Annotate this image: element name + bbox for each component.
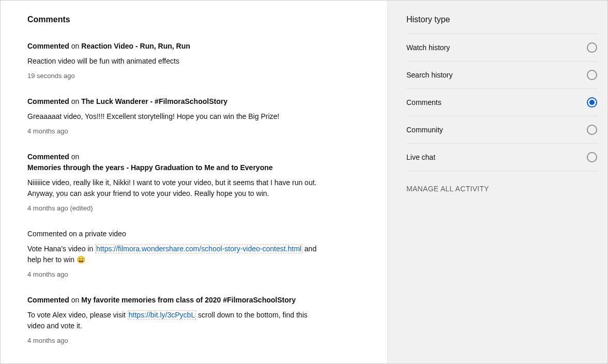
radio-icon[interactable] [587,42,597,53]
radio-icon[interactable] [587,97,597,108]
comment-item: Commented on My favorite memories from c… [27,295,317,344]
comment-body: To vote Alex video, please visit https:/… [27,310,317,331]
history-sidebar: History type Watch historySearch history… [387,1,607,363]
comment-header: Commented on Reaction Video - Run, Run, … [27,41,317,52]
history-option-label: Search history [406,71,452,79]
comment-item: Commented on Reaction Video - Run, Run, … [27,41,317,80]
commented-on-private: Commented on a private video [27,230,126,238]
radio-icon[interactable] [587,125,597,135]
comment-text: Vote Hana's video in [27,245,95,253]
comment-text: Greaaaaat video, Yos!!!! Excellent story… [27,112,279,120]
comment-text: Niiiiiice video, really like it, Nikki! … [27,178,316,198]
commented-label: Commented [27,296,69,304]
history-option-label: Watch history [406,43,450,52]
comment-timestamp: 4 months ago [27,337,317,344]
comment-body: Reaction video will be fun with animated… [27,56,317,67]
comment-header: Commented onMemories through the years -… [27,151,317,173]
history-option-comments[interactable]: Comments [406,88,598,116]
comment-video-title[interactable]: Memories through the years - Happy Gradu… [27,163,273,172]
comment-body: Niiiiiice video, really like it, Nikki! … [27,177,317,199]
page-title: Comments [27,15,360,24]
history-option-live-chat[interactable]: Live chat [406,143,598,171]
comment-video-title[interactable]: Reaction Video - Run, Run, Run [81,42,190,50]
comment-header: Commented on a private video [27,229,317,239]
commented-label: Commented [27,42,69,50]
history-option-search-history[interactable]: Search history [406,61,598,88]
comments-main: Comments Commented on Reaction Video - R… [1,1,387,363]
on-label: on [69,97,81,105]
history-option-label: Community [406,126,443,134]
comment-timestamp: 19 seconds ago [27,72,317,80]
comment-item: Commented on The Luck Wanderer - #Filmor… [27,96,317,135]
sidebar-title: History type [406,15,598,24]
commented-label: Commented [27,97,69,105]
comment-timestamp: 4 months ago [27,270,317,278]
comment-body: Greaaaaat video, Yos!!!! Excellent story… [27,111,317,122]
comment-link[interactable]: https://filmora.wondershare.com/school-s… [95,244,302,253]
history-options: Watch historySearch historyCommentsCommu… [406,34,598,171]
comment-video-title[interactable]: My favorite memories from class of 2020 … [81,296,296,304]
comment-item: Commented onMemories through the years -… [27,151,317,212]
history-option-community[interactable]: Community [406,116,598,143]
comment-text: To vote Alex video, please visit [27,311,128,319]
comment-header: Commented on The Luck Wanderer - #Filmor… [27,96,317,107]
comment-header: Commented on My favorite memories from c… [27,295,317,306]
history-option-label: Live chat [406,153,435,161]
commented-label: Commented [27,153,69,161]
manage-all-activity-link[interactable]: MANAGE ALL ACTIVITY [406,185,598,193]
comment-timestamp: 4 months ago (edited) [27,204,317,212]
on-label: on [69,296,81,304]
comments-list: Commented on Reaction Video - Run, Run, … [27,41,360,344]
comment-text: Reaction video will be fun with animated… [27,57,179,65]
history-option-watch-history[interactable]: Watch history [406,34,598,61]
comment-body: Vote Hana's video in https://filmora.won… [27,244,317,265]
on-label: on [69,42,81,50]
comment-timestamp: 4 months ago [27,127,317,135]
radio-icon[interactable] [587,152,597,162]
comment-link[interactable]: https://bit.ly/3cPycbL [128,310,196,320]
comment-video-title[interactable]: The Luck Wanderer - #FilmoraSchoolStory [81,97,227,105]
on-label: on [69,153,79,161]
radio-icon[interactable] [587,70,597,80]
comment-item: Commented on a private videoVote Hana's … [27,229,317,278]
history-option-label: Comments [406,98,442,107]
